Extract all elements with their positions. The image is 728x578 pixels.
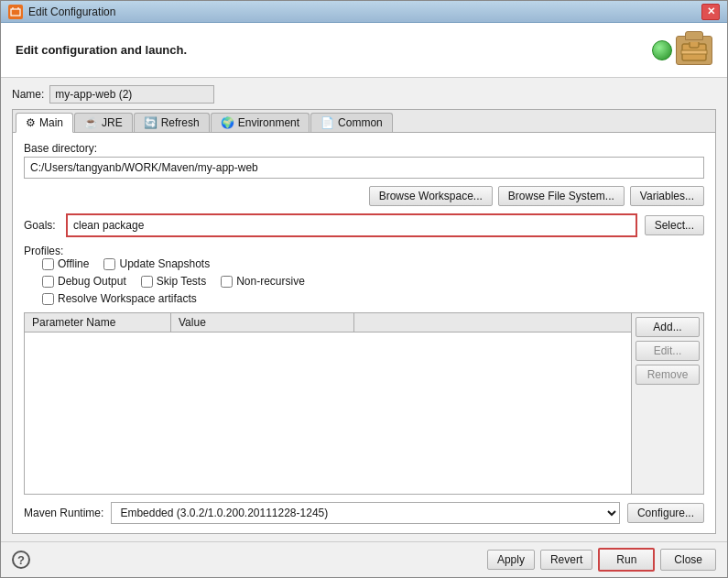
update-snapshots-checkbox-input[interactable] (103, 258, 115, 270)
title-bar-left: Edit Configuration (8, 5, 115, 19)
name-row: Name: (12, 85, 716, 104)
base-directory-section: Base directory: C:/Users/tangyanb/WORK/M… (24, 142, 704, 179)
common-tab-icon: 📄 (321, 116, 334, 129)
environment-tab-icon: 🌍 (221, 116, 234, 129)
maven-runtime-select[interactable]: Embedded (3.0.2/1.0.200.20111228-1245) (111, 502, 620, 524)
base-directory-label: Base directory: (24, 142, 704, 155)
goals-row: Goals: Select... (24, 213, 704, 237)
tab-common-label: Common (338, 116, 383, 129)
params-main: Parameter Name Value (25, 313, 631, 494)
browse-row: Browse Workspace... Browse File System..… (24, 186, 704, 206)
edit-configuration-window: Edit Configuration ✕ Edit configuration … (0, 0, 728, 578)
profiles-label: Profiles: (24, 245, 704, 257)
offline-label: Offline (58, 257, 89, 270)
variables-button[interactable]: Variables... (630, 186, 704, 206)
go-icon (652, 40, 672, 60)
help-icon[interactable]: ? (12, 551, 30, 569)
bottom-buttons: ? Apply Revert Run Close (1, 541, 727, 577)
svg-rect-4 (690, 42, 699, 48)
tab-main-label: Main (39, 116, 63, 129)
non-recursive-checkbox-input[interactable] (221, 276, 233, 288)
name-label: Name: (12, 88, 44, 101)
param-value-header: Value (171, 313, 354, 332)
toolbox-icon (676, 36, 712, 65)
skip-tests-checkbox-input[interactable] (141, 276, 153, 288)
refresh-tab-icon: 🔄 (144, 116, 158, 129)
main-tab-content: Base directory: C:/Users/tangyanb/WORK/M… (13, 133, 715, 533)
debug-output-label: Debug Output (58, 275, 126, 288)
checkbox-row-1: Offline Update Snapshots (42, 257, 704, 270)
title-bar: Edit Configuration ✕ (1, 1, 727, 23)
svg-rect-0 (11, 9, 20, 16)
skip-tests-label: Skip Tests (157, 275, 206, 288)
base-directory-value: C:/Users/tangyanb/WORK/Maven/my-app-web (24, 157, 704, 179)
checkbox-row-3: Resolve Workspace artifacts (42, 292, 704, 305)
run-button[interactable]: Run (598, 548, 655, 572)
tab-environment-label: Environment (238, 116, 299, 129)
checkboxes-area: Offline Update Snapshots Debug Output (24, 257, 704, 305)
profiles-section: Profiles: Offline Update Snapshots (24, 245, 704, 305)
non-recursive-label: Non-recursive (236, 275, 305, 288)
close-button[interactable]: ✕ (701, 4, 720, 20)
params-body (25, 333, 631, 494)
params-buttons: Add... Edit... Remove (631, 313, 703, 494)
maven-runtime-label: Maven Runtime: (24, 507, 103, 519)
name-input[interactable] (49, 85, 214, 104)
add-param-button[interactable]: Add... (636, 317, 700, 337)
non-recursive-checkbox[interactable]: Non-recursive (221, 275, 305, 288)
tabs-row: ⚙ Main ☕ JRE 🔄 Refresh 🌍 Environment 📄 (13, 110, 715, 133)
debug-output-checkbox[interactable]: Debug Output (42, 275, 126, 288)
tab-jre[interactable]: ☕ JRE (74, 113, 133, 132)
browse-workspace-button[interactable]: Browse Workspace... (369, 186, 493, 206)
page-title: Edit configuration and launch. (16, 43, 187, 57)
tab-environment[interactable]: 🌍 Environment (211, 113, 310, 132)
offline-checkbox-input[interactable] (42, 258, 54, 270)
bottom-right: Apply Revert Run Close (487, 548, 716, 572)
app-icon (8, 5, 23, 19)
checkbox-row-2: Debug Output Skip Tests Non-recursive (42, 275, 704, 288)
browse-filesystem-button[interactable]: Browse File System... (498, 186, 625, 206)
select-button[interactable]: Select... (645, 215, 704, 235)
configure-button[interactable]: Configure... (627, 503, 704, 523)
resolve-workspace-checkbox-input[interactable] (42, 293, 54, 305)
goals-input-wrap (66, 213, 637, 237)
param-name-header: Parameter Name (25, 313, 171, 332)
params-header: Parameter Name Value (25, 313, 631, 333)
tab-refresh[interactable]: 🔄 Refresh (134, 113, 210, 132)
params-table: Parameter Name Value Add... Edit... Remo… (24, 312, 704, 495)
goals-input[interactable] (69, 216, 635, 234)
bottom-left: ? (12, 551, 30, 569)
close-bottom-button[interactable]: Close (660, 549, 716, 571)
svg-rect-5 (681, 50, 707, 54)
edit-param-button[interactable]: Edit... (636, 341, 700, 361)
tab-refresh-label: Refresh (161, 116, 200, 129)
update-snapshots-checkbox[interactable]: Update Snapshots (103, 257, 210, 270)
skip-tests-checkbox[interactable]: Skip Tests (141, 275, 206, 288)
resolve-workspace-label: Resolve Workspace artifacts (58, 292, 197, 305)
resolve-workspace-checkbox[interactable]: Resolve Workspace artifacts (42, 292, 197, 305)
goals-label: Goals: (24, 219, 59, 232)
main-tab-icon: ⚙ (26, 116, 36, 129)
tab-main[interactable]: ⚙ Main (16, 113, 73, 133)
tab-jre-label: JRE (102, 116, 123, 129)
content-area: Name: ⚙ Main ☕ JRE 🔄 Refresh (1, 78, 727, 541)
tabs-panel: ⚙ Main ☕ JRE 🔄 Refresh 🌍 Environment 📄 (12, 109, 716, 534)
update-snapshots-label: Update Snapshots (119, 257, 210, 270)
tab-common[interactable]: 📄 Common (310, 113, 393, 132)
offline-checkbox[interactable]: Offline (42, 257, 89, 270)
remove-param-button[interactable]: Remove (636, 365, 700, 385)
apply-button[interactable]: Apply (487, 550, 535, 570)
header-area: Edit configuration and launch. (1, 23, 727, 78)
header-icons (652, 36, 712, 65)
maven-runtime-row: Maven Runtime: Embedded (3.0.2/1.0.200.2… (24, 502, 704, 524)
revert-button[interactable]: Revert (540, 550, 592, 570)
debug-output-checkbox-input[interactable] (42, 276, 54, 288)
window-title: Edit Configuration (28, 5, 115, 18)
jre-tab-icon: ☕ (84, 116, 98, 129)
